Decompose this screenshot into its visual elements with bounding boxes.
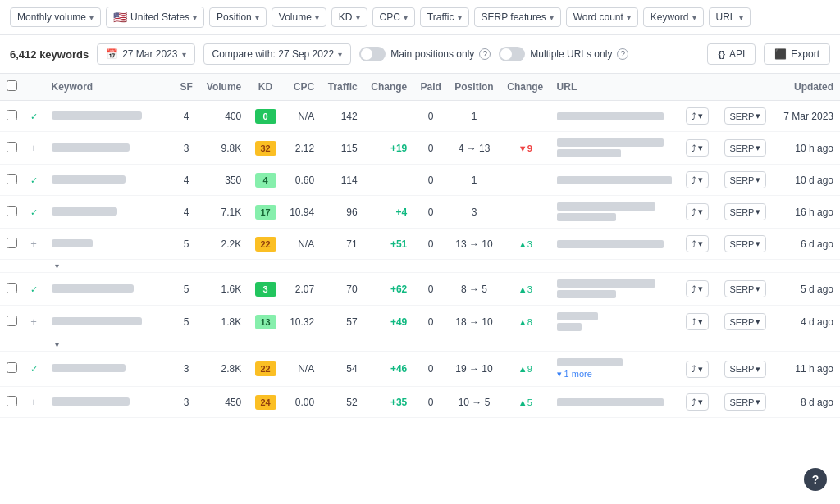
select-all-header[interactable] [0,74,24,101]
help-button[interactable]: ? [804,468,827,491]
serp-button[interactable]: SERP ▾ [724,171,767,188]
row-checkbox[interactable] [7,316,17,326]
keyword-count: 6,412 keywords [10,48,89,61]
row-checkbox[interactable] [7,238,17,248]
serp-button[interactable]: SERP ▾ [724,139,767,157]
sparkline-button[interactable]: ⤴ ▾ [686,203,709,220]
sparkline-chevron: ▾ [698,284,703,294]
filter-position[interactable]: Position ▾ [209,7,267,27]
filter-traffic[interactable]: Traffic ▾ [420,7,469,27]
row-checkbox[interactable] [7,362,17,373]
chevron-down-icon: ▾ [550,13,554,22]
filter-kd[interactable]: KD ▾ [331,7,368,27]
serp-chevron: ▾ [756,175,760,185]
sf-value: 4 [173,165,199,196]
url-bar [557,323,582,331]
filter-volume[interactable]: Volume ▾ [272,7,326,27]
row-checkbox[interactable] [7,206,17,216]
traffic-header[interactable]: Traffic [321,74,364,101]
keyword-text[interactable] [52,364,126,372]
change-header[interactable]: Change [364,74,414,101]
date-button[interactable]: 📅 27 Mar 2023 ▾ [97,43,194,65]
paid-header[interactable]: Paid [413,74,448,101]
volume-value: 9.8K [199,132,248,165]
sf-value: 4 [173,101,199,132]
row-checkbox[interactable] [7,283,17,293]
export-button[interactable]: ⬛ Export [764,43,830,65]
serp-button[interactable]: SERP ▾ [724,361,767,378]
filter-cpc[interactable]: CPC ▾ [372,7,415,27]
filter-monthly-volume[interactable]: Monthly volume ▾ [10,7,101,27]
paid-value: 0 [413,101,448,132]
keyword-text[interactable] [52,239,93,247]
keyword-text[interactable] [52,143,130,152]
keyword-text[interactable] [52,207,117,216]
serp-label: SERP [730,364,755,374]
main-positions-help-icon[interactable]: ? [479,48,491,60]
keyword-text[interactable] [52,284,134,293]
dropdown-caret: ▾ [52,261,834,270]
serp-label: SERP [730,397,755,407]
sparkline-button[interactable]: ⤴ ▾ [686,393,709,411]
sf-value: 4 [173,196,199,229]
table-body: ✓44000N/A14201⤴ ▾SERP ▾7 Mar 2023+39.8K3… [0,101,840,418]
serp-button[interactable]: SERP ▾ [724,203,767,220]
keyword-header[interactable]: Keyword [45,74,173,101]
cpc-header[interactable]: CPC [283,74,321,101]
multiple-urls-help-icon[interactable]: ? [617,48,628,60]
sparkline-button[interactable]: ⤴ ▾ [686,235,709,252]
sparkline-button[interactable]: ⤴ ▾ [686,139,709,157]
multiple-urls-toggle[interactable] [499,47,525,61]
table-row: ✓51.6K32.0770+6208 → 5▲3⤴ ▾SERP ▾5 d ago [0,273,840,306]
main-positions-toggle-group: Main positions only ? [359,47,491,61]
compare-button[interactable]: Compare with: 27 Sep 2022 ▾ [203,43,352,65]
chevron-down-icon: ▾ [627,13,631,22]
volume-header[interactable]: Volume [199,74,248,101]
kd-header[interactable]: KD [248,74,282,101]
serp-chevron: ▾ [756,397,760,407]
serp-label: SERP [730,317,755,327]
kd-badge: 3 [255,282,276,297]
serp-button[interactable]: SERP ▾ [724,393,767,411]
serp-button[interactable]: SERP ▾ [724,280,767,297]
row-checkbox[interactable] [7,396,17,406]
position-header[interactable]: Position [448,74,500,101]
sparkline-button[interactable]: ⤴ ▾ [686,313,709,330]
sparkline-button[interactable]: ⤴ ▾ [686,280,709,297]
keyword-text[interactable] [52,111,142,120]
filter-serp-features[interactable]: SERP features ▾ [474,7,561,27]
row-checkbox[interactable] [7,142,17,152]
main-positions-toggle[interactable] [359,47,386,61]
row-checkbox[interactable] [7,110,17,120]
serp-button[interactable]: SERP ▾ [724,107,767,125]
filter-url[interactable]: URL ▾ [709,7,751,27]
kd-badge: 22 [255,361,276,376]
keyword-text[interactable] [52,317,142,325]
serp-button[interactable]: SERP ▾ [724,235,767,252]
serp-button[interactable]: SERP ▾ [724,313,767,330]
filter-word-count[interactable]: Word count ▾ [566,7,638,27]
keyword-text[interactable] [52,397,130,406]
kd-badge: 13 [255,315,276,329]
more-link[interactable]: ▾ 1 more [557,369,673,379]
position-change-header[interactable]: Change [500,74,550,101]
filter-keyword[interactable]: Keyword ▾ [643,7,704,27]
sparkline-button[interactable]: ⤴ ▾ [686,361,709,378]
filter-united-states[interactable]: 🇺🇸 United States ▾ [106,7,204,28]
paid-value: 0 [413,196,448,229]
row-checkbox[interactable] [7,174,17,184]
cpc-value: 2.07 [283,273,321,306]
cpc-value: 2.12 [283,132,321,165]
keyword-text[interactable] [52,175,126,184]
sparkline-button[interactable]: ⤴ ▾ [686,171,709,188]
check-icon: ✓ [30,284,38,294]
position-change-value: ▲8 [500,306,550,338]
sparkline-button[interactable]: ⤴ ▾ [686,107,709,125]
sf-value: 5 [173,306,199,338]
api-icon: {} [718,49,725,59]
sf-header[interactable]: SF [173,74,199,101]
table-row: +52.2K22N/A71+51013 → 10▲3⤴ ▾SERP ▾6 d a… [0,229,840,260]
chevron-down-icon: ▾ [739,13,743,22]
updated-header[interactable]: Updated [774,74,840,101]
api-button[interactable]: {} API [707,43,756,65]
